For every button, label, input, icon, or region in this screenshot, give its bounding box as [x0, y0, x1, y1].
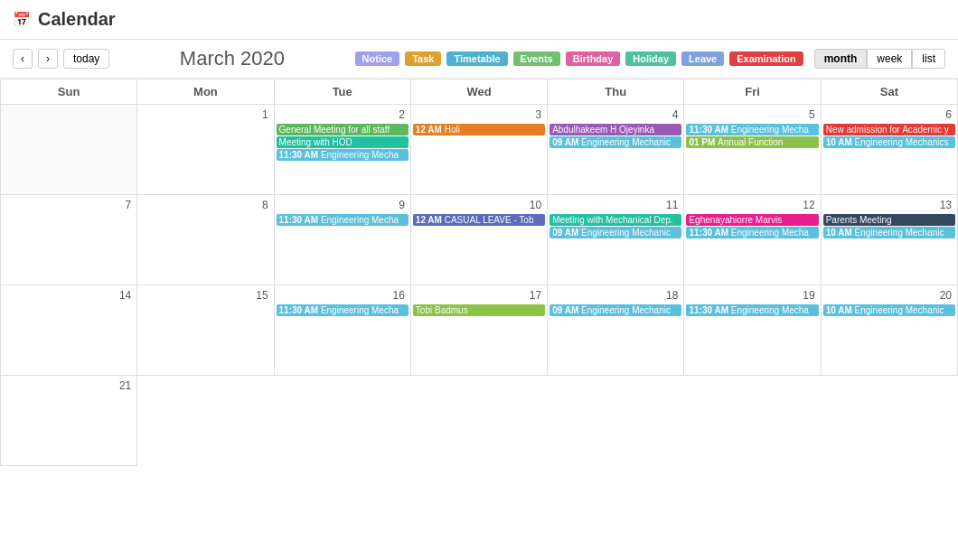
- event-item[interactable]: 11:30 AM Engineering Mecha: [277, 304, 409, 316]
- cal-cell-5: 511:30 AM Engineering Mecha01 PM Annual …: [684, 105, 821, 195]
- header-sat: Sat: [822, 79, 958, 105]
- cal-cell-20: 21: [1, 376, 137, 466]
- cal-cell-13: 14: [1, 285, 137, 376]
- cal-cell-9: 1012 AM CASUAL LEAVE - Tob: [411, 195, 548, 285]
- event-item[interactable]: New admission for Academic y: [823, 124, 955, 135]
- cal-cell-7: 8: [137, 195, 274, 285]
- badge-notice: Notice: [355, 51, 400, 66]
- header-wed: Wed: [411, 79, 548, 105]
- cal-cell-16: 17Tobi Badmus: [411, 285, 548, 376]
- event-item[interactable]: 11:30 AM Engineering Mecha: [686, 304, 818, 316]
- cal-cell-4: 4Abdulhakeem H Ojeyinka09 AM Engineering…: [548, 105, 684, 195]
- next-button[interactable]: ›: [38, 49, 58, 69]
- legend-badges: Notice Task Timetable Events Birthday Ho…: [355, 51, 803, 66]
- badge-birthday: Birthday: [566, 51, 621, 66]
- day-number: 8: [139, 197, 271, 213]
- day-number: [3, 107, 135, 110]
- cal-cell-12: 13Parents Meeting10 AM Engineering Mecha…: [822, 195, 958, 285]
- badge-examination: Examination: [729, 51, 803, 66]
- event-item[interactable]: Abdulhakeem H Ojeyinka: [549, 124, 681, 135]
- day-number: 10: [413, 197, 545, 213]
- app-title: Calendar: [38, 9, 116, 30]
- header-thu: Thu: [548, 79, 684, 105]
- cal-cell-8: 911:30 AM Engineering Mecha: [275, 195, 411, 285]
- header-tue: Tue: [275, 79, 411, 105]
- cal-cell-10: 11Meeting with Mechanical Dep.09 AM Engi…: [548, 195, 684, 285]
- event-item[interactable]: 11:30 AM Engineering Mecha: [277, 214, 409, 226]
- app-header: 📅 Calendar: [0, 0, 958, 40]
- badge-holiday: Holiday: [625, 51, 676, 66]
- cal-cell-17: 1809 AM Engineering Mechanic: [548, 285, 684, 376]
- event-item[interactable]: 12 AM Holi: [413, 124, 545, 135]
- cal-cell-7: 7: [1, 195, 137, 285]
- badge-task: Task: [405, 51, 441, 66]
- day-number: 4: [549, 107, 681, 123]
- badge-events: Events: [513, 51, 560, 66]
- month-title: March 2020: [109, 47, 354, 70]
- cal-cell-6: 6New admission for Academic y10 AM Engin…: [822, 105, 958, 195]
- header-sun: Sun: [1, 79, 137, 105]
- cal-cell-3: 312 AM Holi: [411, 105, 548, 195]
- nav-controls: ‹ › today: [13, 49, 109, 69]
- day-number: 3: [413, 107, 545, 123]
- event-item[interactable]: 11:30 AM Engineering Mecha: [686, 227, 818, 238]
- event-item[interactable]: 09 AM Engineering Mechanic: [549, 227, 681, 238]
- day-headers: Sun Mon Tue Wed Thu Fri Sat: [1, 79, 958, 105]
- calendar-icon: 📅: [13, 11, 31, 28]
- day-number: 9: [277, 197, 409, 213]
- event-item[interactable]: 10 AM Engineering Mechanic: [823, 227, 955, 238]
- prev-button[interactable]: ‹: [13, 49, 33, 69]
- day-number: 20: [823, 287, 955, 303]
- day-number: 17: [413, 287, 545, 303]
- day-number: 13: [823, 197, 955, 213]
- cal-cell-11: 12Eghenayahiorre Marvis11:30 AM Engineer…: [684, 195, 821, 285]
- day-number: 2: [277, 107, 409, 123]
- cal-cell-15: 1611:30 AM Engineering Mecha: [275, 285, 411, 376]
- cal-cell-19: 2010 AM Engineering Mechanic: [822, 285, 958, 376]
- day-number: 11: [549, 197, 681, 213]
- day-number: 14: [3, 287, 135, 303]
- badge-leave: Leave: [681, 51, 724, 66]
- today-button[interactable]: today: [63, 49, 109, 69]
- event-item[interactable]: Tobi Badmus: [413, 304, 545, 316]
- view-list-button[interactable]: list: [912, 49, 945, 69]
- view-controls: month week list: [814, 49, 945, 69]
- day-number: 6: [823, 107, 955, 123]
- event-item[interactable]: Parents Meeting: [823, 214, 955, 226]
- view-week-button[interactable]: week: [867, 49, 912, 69]
- day-number: 16: [277, 287, 409, 303]
- header-mon: Mon: [137, 79, 274, 105]
- calendar: Sun Mon Tue Wed Thu Fri Sat 12General Me…: [0, 79, 958, 466]
- calendar-grid: 12General Meeting for all staffMeeting w…: [1, 105, 958, 466]
- day-number: 21: [3, 378, 135, 394]
- event-item[interactable]: Meeting with Mechanical Dep.: [549, 214, 681, 226]
- toolbar: ‹ › today March 2020 Notice Task Timetab…: [0, 40, 958, 79]
- event-item[interactable]: 09 AM Engineering Mechanic: [549, 136, 681, 148]
- day-number: 19: [686, 287, 818, 303]
- day-number: 18: [549, 287, 681, 303]
- cal-cell-0: [1, 105, 137, 195]
- cal-cell-1: 1: [137, 105, 274, 195]
- badge-timetable: Timetable: [446, 51, 507, 66]
- view-month-button[interactable]: month: [814, 49, 868, 69]
- day-number: 12: [686, 197, 818, 213]
- event-item[interactable]: 10 AM Engineering Mechanic: [823, 304, 955, 316]
- day-number: 15: [139, 287, 271, 303]
- event-item[interactable]: 10 AM Engineering Mechanics: [823, 136, 955, 148]
- header-fri: Fri: [684, 79, 821, 105]
- event-item[interactable]: General Meeting for all staff: [277, 124, 409, 135]
- day-number: 7: [3, 197, 135, 213]
- day-number: 5: [686, 107, 818, 123]
- event-item[interactable]: 12 AM CASUAL LEAVE - Tob: [413, 214, 545, 226]
- event-item[interactable]: Meeting with HOD: [277, 136, 409, 148]
- cal-cell-2: 2General Meeting for all staffMeeting wi…: [275, 105, 411, 195]
- event-item[interactable]: 11:30 AM Engineering Mecha: [686, 124, 818, 135]
- cal-cell-18: 1911:30 AM Engineering Mecha: [684, 285, 821, 376]
- event-item[interactable]: 01 PM Annual Function: [686, 136, 818, 148]
- event-item[interactable]: Eghenayahiorre Marvis: [686, 214, 818, 226]
- event-item[interactable]: 11:30 AM Engineering Mecha: [277, 149, 409, 161]
- cal-cell-14: 15: [137, 285, 274, 376]
- event-item[interactable]: 09 AM Engineering Mechanic: [549, 304, 681, 316]
- day-number: 1: [139, 107, 271, 123]
